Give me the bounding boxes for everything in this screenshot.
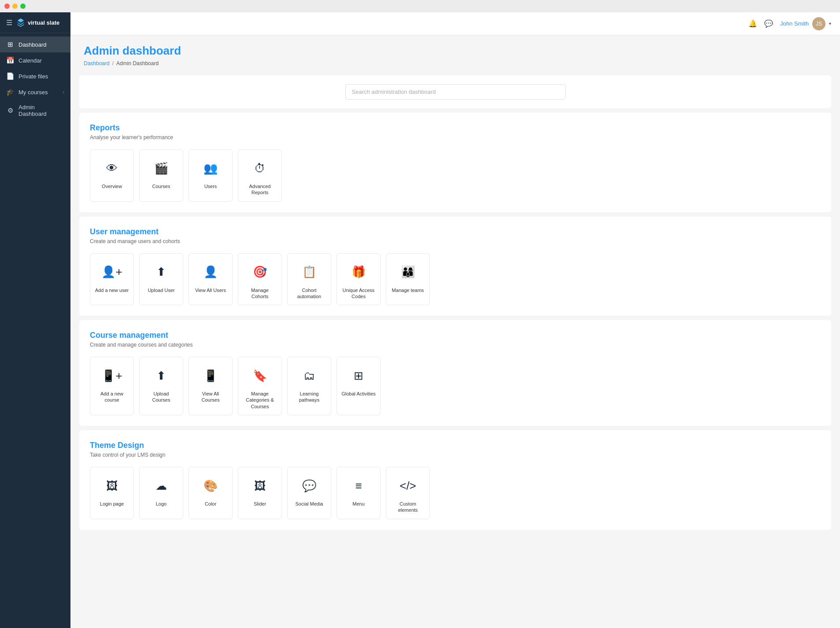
upload-user-icon: ⬆ — [151, 262, 172, 283]
view-all-courses-label: View All Courses — [193, 391, 228, 403]
card-advanced-reports[interactable]: ⏱Advanced Reports — [238, 149, 282, 202]
search-section — [79, 75, 831, 108]
add-new-course-icon: 📱+ — [101, 365, 122, 386]
user-menu[interactable]: John Smith JS ▾ — [780, 17, 831, 30]
color-icon: 🎨 — [200, 475, 221, 496]
brand-name: virtual slate — [28, 19, 59, 26]
manage-teams-label: Manage teams — [392, 287, 424, 293]
card-social-media[interactable]: 💬Social Media — [287, 467, 331, 519]
sidebar-header: ☰ virtual slate — [0, 12, 70, 33]
view-all-users-label: View All Users — [195, 287, 226, 293]
card-add-new-user[interactable]: 👤+Add a new user — [90, 253, 134, 306]
chevron-left-icon: ‹ — [63, 90, 64, 95]
courses-label: Courses — [152, 183, 170, 189]
card-custom-elements[interactable]: </>Custom elements — [386, 467, 430, 519]
card-menu[interactable]: ≡Menu — [337, 467, 381, 519]
close-button[interactable] — [4, 4, 10, 9]
card-manage-cohorts[interactable]: 🎯Manage Cohorts — [238, 253, 282, 306]
social-media-label: Social Media — [296, 501, 323, 507]
dashboard-icon: ⊞ — [6, 41, 14, 48]
admin-icon: ⚙ — [6, 107, 14, 115]
manage-categories-label: Manage Categories & Courses — [243, 391, 277, 410]
upload-courses-label: Upload Courses — [144, 391, 178, 403]
card-view-all-users[interactable]: 👤View All Users — [189, 253, 233, 306]
avatar: JS — [812, 17, 825, 30]
sidebar-label-admin-dashboard: Admin Dashboard — [19, 104, 64, 117]
card-unique-access-codes[interactable]: 🎁Unique Access Codes — [337, 253, 381, 306]
card-manage-teams[interactable]: 👨‍👩‍👦Manage teams — [386, 253, 430, 306]
notification-icon[interactable]: 🔔 — [748, 19, 757, 28]
login-page-icon: 🖼 — [101, 475, 122, 496]
cards-row-user-management: 👤+Add a new user⬆Upload User👤View All Us… — [90, 253, 821, 306]
card-login-page[interactable]: 🖼Login page — [90, 467, 134, 519]
card-courses[interactable]: 🎬Courses — [139, 149, 183, 202]
card-view-all-courses[interactable]: 📱View All Courses — [189, 357, 233, 415]
card-slider[interactable]: 🖼Slider — [238, 467, 282, 519]
main-area: 🔔 💬 John Smith JS ▾ Admin dashboard Dash… — [70, 12, 840, 628]
app-container: ☰ virtual slate ⊞ Dashboard 📅 Calendar 📄 — [0, 12, 840, 628]
section-course-management: Course managementCreate and manage cours… — [79, 320, 831, 426]
hamburger-icon[interactable]: ☰ — [6, 18, 12, 27]
slider-icon: 🖼 — [249, 475, 270, 496]
content-area: Admin dashboard Dashboard / Admin Dashbo… — [70, 35, 840, 628]
breadcrumb-home[interactable]: Dashboard — [84, 60, 110, 66]
upload-courses-icon: ⬆ — [151, 365, 172, 386]
sidebar-item-calendar[interactable]: 📅 Calendar — [0, 52, 70, 68]
section-reports: ReportsAnalyse your learner's performanc… — [79, 113, 831, 212]
section-title-course-management: Course management — [90, 331, 821, 340]
file-icon: 📄 — [6, 72, 14, 80]
card-upload-user[interactable]: ⬆Upload User — [139, 253, 183, 306]
view-all-courses-icon: 📱 — [200, 365, 221, 386]
upload-user-label: Upload User — [148, 287, 174, 293]
cards-row-course-management: 📱+Add a new course⬆Upload Courses📱View A… — [90, 357, 821, 415]
brand-logo-icon — [16, 18, 26, 27]
manage-cohorts-label: Manage Cohorts — [243, 287, 277, 300]
unique-access-codes-icon: 🎁 — [348, 262, 369, 283]
cards-row-reports: 👁Overview🎬Courses👥Users⏱Advanced Reports — [90, 149, 821, 202]
sidebar-label-dashboard: Dashboard — [19, 41, 64, 48]
page-header: Admin dashboard Dashboard / Admin Dashbo… — [70, 35, 840, 71]
card-manage-categories[interactable]: 🔖Manage Categories & Courses — [238, 357, 282, 415]
brand-logo: virtual slate — [16, 18, 59, 27]
card-users[interactable]: 👥Users — [189, 149, 233, 202]
logo-icon: ☁ — [151, 475, 172, 496]
card-cohort-automation[interactable]: 📋Cohort automation — [287, 253, 331, 306]
sidebar: ☰ virtual slate ⊞ Dashboard 📅 Calendar 📄 — [0, 12, 70, 628]
sidebar-item-my-courses[interactable]: 🎓 My courses ‹ — [0, 84, 70, 100]
slider-label: Slider — [254, 501, 266, 507]
minimize-button[interactable] — [12, 4, 18, 9]
users-label: Users — [204, 183, 217, 189]
search-input[interactable] — [345, 84, 566, 100]
page-title: Admin dashboard — [84, 44, 827, 58]
card-learning-pathways[interactable]: 🗂Learning pathways — [287, 357, 331, 415]
message-icon[interactable]: 💬 — [764, 19, 773, 28]
maximize-button[interactable] — [20, 4, 26, 9]
add-new-course-label: Add a new course — [95, 391, 129, 403]
card-overview[interactable]: 👁Overview — [90, 149, 134, 202]
sidebar-item-admin-dashboard[interactable]: ⚙ Admin Dashboard — [0, 100, 70, 121]
calendar-icon: 📅 — [6, 56, 14, 64]
menu-icon: ≡ — [348, 475, 369, 496]
logo-label: Logo — [156, 501, 167, 507]
sections-container: ReportsAnalyse your learner's performanc… — [70, 113, 840, 530]
section-title-theme-design: Theme Design — [90, 441, 821, 450]
card-global-activities[interactable]: ⊞Global Activities — [337, 357, 381, 415]
graduation-icon: 🎓 — [6, 88, 14, 96]
overview-icon: 👁 — [101, 158, 122, 179]
card-logo[interactable]: ☁Logo — [139, 467, 183, 519]
courses-icon: 🎬 — [151, 158, 172, 179]
advanced-reports-icon: ⏱ — [249, 158, 270, 179]
advanced-reports-label: Advanced Reports — [243, 183, 277, 196]
sidebar-item-private-files[interactable]: 📄 Private files — [0, 68, 70, 84]
card-add-new-course[interactable]: 📱+Add a new course — [90, 357, 134, 415]
breadcrumb-separator: / — [112, 60, 114, 66]
global-activities-icon: ⊞ — [348, 365, 369, 386]
sidebar-label-my-courses: My courses — [19, 89, 59, 96]
color-label: Color — [205, 501, 216, 507]
card-upload-courses[interactable]: ⬆Upload Courses — [139, 357, 183, 415]
section-title-user-management: User management — [90, 227, 821, 236]
section-desc-reports: Analyse your learner's performance — [90, 134, 821, 140]
card-color[interactable]: 🎨Color — [189, 467, 233, 519]
sidebar-item-dashboard[interactable]: ⊞ Dashboard — [0, 37, 70, 52]
user-chevron-icon: ▾ — [829, 21, 831, 26]
